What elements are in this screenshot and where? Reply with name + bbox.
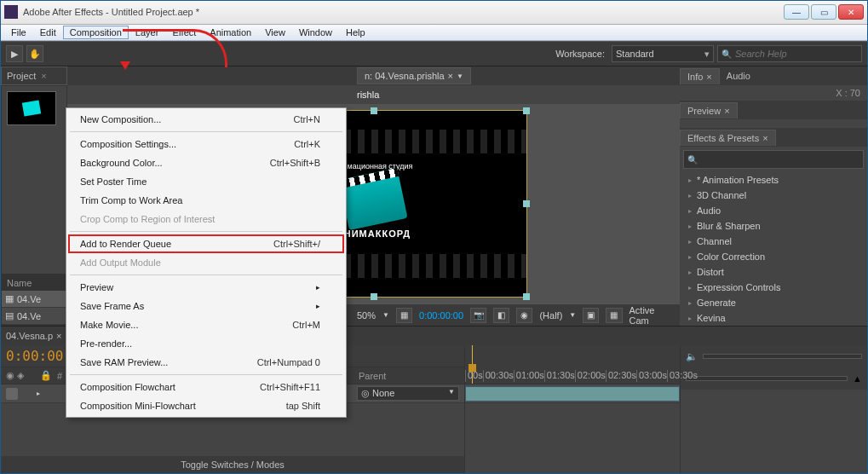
project-item[interactable]: ▦ 04.Ve bbox=[2, 291, 66, 308]
effects-category[interactable]: Expression Controls bbox=[680, 280, 867, 295]
viewer-option-icon[interactable]: ▣ bbox=[583, 308, 599, 323]
toolbar: ▶ ✋ Workspace: Standard bbox=[1, 41, 867, 66]
effects-category[interactable]: * Animation Presets bbox=[680, 172, 867, 188]
composition-menu-dropdown: New Composition...Ctrl+NComposition Sett… bbox=[66, 107, 347, 418]
hand-tool-icon[interactable]: ✋ bbox=[26, 45, 43, 62]
time-ruler[interactable]: 00s00:30s01:00s01:30s02:00s02:30s03:00s0… bbox=[465, 345, 680, 384]
window-title: Adobe After Effects - Untitled Project.a… bbox=[23, 7, 784, 17]
selection-tool-icon[interactable]: ▶ bbox=[6, 45, 23, 62]
effects-category[interactable]: Color Correction bbox=[680, 249, 867, 264]
project-item[interactable]: ▤ 04.Ve bbox=[2, 308, 66, 325]
menubar: FileEditCompositionLayerEffectAnimationV… bbox=[1, 25, 867, 42]
timeline-right-panel: 🔈 ▲ bbox=[680, 345, 867, 473]
chevron-right-icon[interactable]: ▸ bbox=[37, 390, 40, 397]
mountain-icon[interactable]: ▲ bbox=[853, 373, 862, 384]
menu-item[interactable]: Set Poster Time bbox=[68, 172, 344, 191]
project-thumbnail[interactable] bbox=[7, 91, 56, 125]
menu-help[interactable]: Help bbox=[339, 26, 372, 39]
chevron-down-icon[interactable]: ▼ bbox=[457, 72, 463, 80]
titlebar: Adobe After Effects - Untitled Project.a… bbox=[1, 1, 867, 25]
project-panel: Project × Name ▦ 04.Ve ▤ 04.Ve bbox=[1, 66, 67, 326]
audio-tab[interactable]: Audio bbox=[720, 68, 757, 84]
slider[interactable] bbox=[703, 354, 862, 359]
zoom-value[interactable]: 50% bbox=[357, 310, 376, 321]
right-panels: Info × Audio X : 70 Preview × Effects & … bbox=[680, 66, 867, 326]
sound-icon[interactable]: 🔈 bbox=[686, 351, 698, 362]
effects-category[interactable]: Kevina bbox=[680, 310, 867, 326]
current-time[interactable]: 0:00:00:00 bbox=[419, 310, 463, 321]
grid-icon[interactable]: ▦ bbox=[396, 308, 412, 323]
menu-file[interactable]: File bbox=[4, 26, 33, 39]
camera-icon[interactable]: 📷 bbox=[470, 308, 486, 323]
menu-item: Add Output Module bbox=[68, 253, 344, 272]
name-column-header[interactable]: Name bbox=[2, 275, 66, 291]
toggle-switches-button[interactable]: Toggle Switches / Modes bbox=[181, 460, 285, 470]
region-icon[interactable]: ◧ bbox=[493, 308, 509, 323]
effects-category[interactable]: Blur & Sharpen bbox=[680, 218, 867, 234]
menu-window[interactable]: Window bbox=[292, 26, 339, 39]
effects-search[interactable] bbox=[683, 150, 864, 169]
menu-item[interactable]: Save Frame As bbox=[68, 297, 344, 315]
transform-handle[interactable] bbox=[523, 107, 530, 114]
close-button[interactable]: ✕ bbox=[838, 4, 864, 20]
viewer-tab[interactable]: n: 04.Vesna.prishla × ▼ bbox=[357, 67, 471, 84]
parent-select[interactable]: ◎ None▼ bbox=[357, 386, 459, 401]
channel-icon[interactable]: ◉ bbox=[516, 308, 532, 323]
preview-tab[interactable]: Preview × bbox=[680, 102, 738, 118]
viewer-breadcrumb[interactable]: rishla bbox=[67, 85, 680, 104]
menu-item[interactable]: Trim Comp to Work Area bbox=[68, 191, 344, 210]
menu-item[interactable]: Composition FlowchartCtrl+Shift+F11 bbox=[68, 378, 344, 396]
transform-handle[interactable] bbox=[371, 107, 377, 114]
minimize-button[interactable]: — bbox=[784, 4, 809, 20]
playhead[interactable] bbox=[472, 345, 473, 384]
transform-handle[interactable] bbox=[523, 200, 530, 207]
close-icon[interactable]: × bbox=[41, 71, 46, 81]
menu-item[interactable]: Make Movie...Ctrl+M bbox=[68, 315, 344, 334]
search-help[interactable] bbox=[717, 45, 862, 62]
clip[interactable] bbox=[465, 386, 680, 402]
visibility-toggle-icon[interactable] bbox=[6, 388, 18, 400]
project-tab[interactable]: Project × bbox=[1, 66, 67, 85]
info-tab[interactable]: Info × bbox=[680, 68, 720, 84]
menu-item[interactable]: New Composition...Ctrl+N bbox=[68, 110, 344, 129]
effects-category[interactable]: Generate bbox=[680, 295, 867, 310]
resolution-value[interactable]: (Half) bbox=[539, 310, 562, 321]
menu-edit[interactable]: Edit bbox=[33, 26, 63, 39]
close-icon[interactable]: × bbox=[448, 71, 453, 81]
menu-effect[interactable]: Effect bbox=[165, 26, 203, 39]
slate-logo-icon bbox=[339, 168, 408, 230]
menu-item[interactable]: Save RAM Preview...Ctrl+Numpad 0 bbox=[68, 353, 344, 372]
menu-composition[interactable]: Composition bbox=[63, 26, 129, 39]
effects-list: * Animation Presets3D ChannelAudioBlur &… bbox=[680, 172, 867, 326]
menu-animation[interactable]: Animation bbox=[203, 26, 258, 39]
thumbnail-icon bbox=[22, 100, 41, 116]
workspace-select[interactable]: Standard bbox=[612, 45, 714, 62]
menu-item[interactable]: Composition Settings...Ctrl+K bbox=[68, 135, 344, 153]
timeline-tracks[interactable]: 00s00:30s01:00s01:30s02:00s02:30s03:00s0… bbox=[465, 345, 680, 473]
project-list: Name ▦ 04.Ve ▤ 04.Ve bbox=[1, 275, 67, 326]
effects-presets-tab[interactable]: Effects & Presets × bbox=[680, 130, 776, 146]
effects-category[interactable]: Audio bbox=[680, 203, 867, 218]
workspace-label: Workspace: bbox=[555, 49, 605, 59]
effects-category[interactable]: 3D Channel bbox=[680, 188, 867, 203]
transform-handle[interactable] bbox=[371, 293, 377, 300]
search-help-input[interactable] bbox=[735, 49, 858, 59]
menu-item[interactable]: Pre-render... bbox=[68, 334, 344, 353]
effects-category[interactable]: Channel bbox=[680, 234, 867, 249]
app-window: Adobe After Effects - Untitled Project.a… bbox=[0, 0, 868, 474]
effects-category[interactable]: Distort bbox=[680, 264, 867, 280]
viewer-option-icon[interactable]: ▦ bbox=[606, 308, 622, 323]
menu-item[interactable]: Composition Mini-Flowcharttap Shift bbox=[68, 396, 344, 415]
slider[interactable] bbox=[686, 376, 848, 381]
maximize-button[interactable]: ▭ bbox=[811, 4, 836, 20]
track[interactable] bbox=[465, 384, 680, 403]
menu-item[interactable]: Background Color...Ctrl+Shift+B bbox=[68, 153, 344, 172]
menu-layer[interactable]: Layer bbox=[129, 26, 166, 39]
menu-view[interactable]: View bbox=[258, 26, 292, 39]
active-camera[interactable]: Active Cam bbox=[629, 305, 675, 326]
menu-item[interactable]: Preview bbox=[68, 278, 344, 297]
transform-handle[interactable] bbox=[523, 293, 530, 300]
project-thumbnail-area bbox=[1, 85, 67, 275]
workspace: Project × Name ▦ 04.Ve ▤ 04.Ve n: 04.Ves… bbox=[1, 66, 867, 326]
menu-item[interactable]: Add to Render QueueCtrl+Shift+/ bbox=[68, 234, 344, 253]
